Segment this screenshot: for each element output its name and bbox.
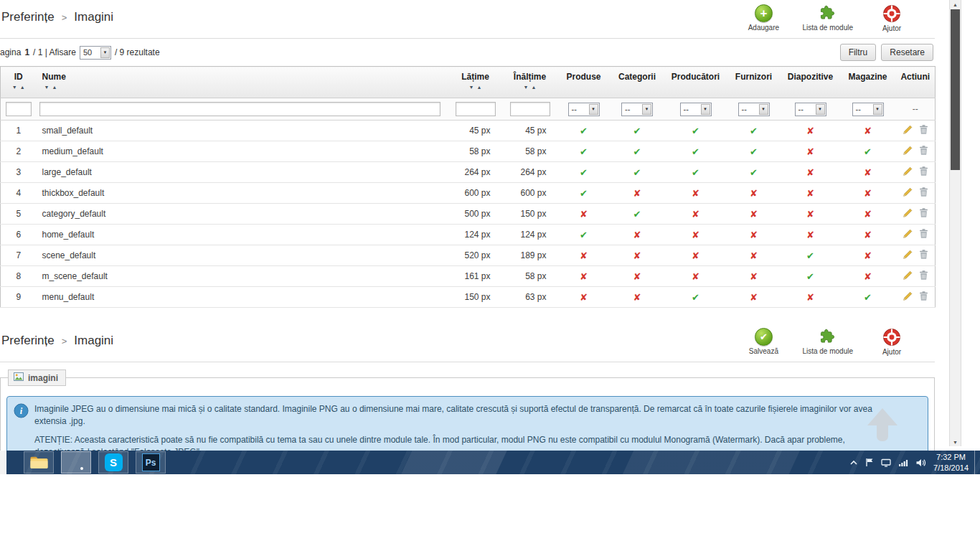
edit-button[interactable] bbox=[903, 207, 913, 218]
scrollbar-thumb[interactable] bbox=[951, 9, 960, 170]
table-row[interactable]: 2medium_default58 px58 px✔✔✔✔✘✔ bbox=[1, 141, 936, 162]
sort-desc-icon[interactable]: ▼ bbox=[12, 85, 17, 90]
sort-asc-icon[interactable]: ▲ bbox=[20, 85, 25, 90]
breadcrumb-root[interactable]: Preferințe bbox=[1, 10, 55, 24]
edit-button[interactable] bbox=[903, 228, 913, 239]
disabled-cross-icon[interactable]: ✘ bbox=[692, 188, 699, 199]
enabled-check-icon[interactable]: ✔ bbox=[580, 230, 588, 240]
disabled-cross-icon[interactable]: ✘ bbox=[580, 292, 588, 303]
edit-button[interactable] bbox=[903, 249, 913, 260]
page-size-select[interactable]: 50 ▼ bbox=[80, 46, 111, 60]
width-filter-input[interactable] bbox=[456, 102, 496, 116]
enabled-check-icon[interactable]: ✔ bbox=[806, 250, 814, 261]
touch-keyboard-icon[interactable] bbox=[881, 458, 891, 467]
hidden-icons-chevron-icon[interactable] bbox=[849, 460, 858, 466]
disabled-cross-icon[interactable]: ✘ bbox=[633, 292, 641, 303]
disabled-cross-icon[interactable]: ✘ bbox=[864, 126, 872, 136]
slides-filter-select[interactable]: --▼ bbox=[795, 103, 826, 116]
edit-button[interactable] bbox=[903, 166, 913, 176]
name-filter-input[interactable] bbox=[39, 102, 440, 116]
edit-button[interactable] bbox=[903, 270, 913, 281]
delete-button[interactable] bbox=[919, 145, 928, 156]
disabled-cross-icon[interactable]: ✘ bbox=[750, 230, 758, 240]
disabled-cross-icon[interactable]: ✘ bbox=[806, 146, 814, 157]
disabled-cross-icon[interactable]: ✘ bbox=[864, 271, 872, 282]
disabled-cross-icon[interactable]: ✘ bbox=[806, 188, 814, 199]
enabled-check-icon[interactable]: ✔ bbox=[692, 167, 699, 178]
table-row[interactable]: 7scene_default520 px189 px✘✘✘✘✔✘ bbox=[1, 245, 936, 266]
table-row[interactable]: 9menu_default150 px63 px✘✘✔✘✘✔ bbox=[1, 287, 936, 308]
disabled-cross-icon[interactable]: ✘ bbox=[750, 209, 758, 220]
enabled-check-icon[interactable]: ✔ bbox=[580, 126, 588, 136]
edit-button[interactable] bbox=[903, 187, 913, 197]
taskbar-clock[interactable]: 7:32 PM 7/18/2014 bbox=[933, 452, 969, 473]
manufacturers-filter-select[interactable]: --▼ bbox=[680, 103, 712, 116]
disabled-cross-icon[interactable]: ✘ bbox=[692, 250, 699, 261]
breadcrumb-root[interactable]: Preferințe bbox=[1, 334, 55, 348]
flag-icon[interactable] bbox=[865, 458, 874, 467]
header-action-add[interactable]: +Adaugare bbox=[742, 4, 785, 32]
scroll-to-top-button[interactable] bbox=[867, 408, 897, 446]
enabled-check-icon[interactable]: ✔ bbox=[633, 146, 641, 157]
table-row[interactable]: 6home_default124 px124 px✔✘✘✘✘✘ bbox=[1, 225, 936, 245]
reset-button[interactable]: Resetare bbox=[881, 44, 933, 61]
edit-button[interactable] bbox=[903, 145, 913, 156]
disabled-cross-icon[interactable]: ✘ bbox=[633, 188, 641, 199]
taskbar-app-explorer[interactable] bbox=[24, 451, 54, 474]
header-action-modules[interactable]: Lista de module bbox=[802, 328, 853, 356]
enabled-check-icon[interactable]: ✔ bbox=[692, 292, 699, 303]
edit-button[interactable] bbox=[903, 124, 913, 135]
sort-asc-icon[interactable]: ▲ bbox=[532, 85, 537, 90]
disabled-cross-icon[interactable]: ✘ bbox=[580, 209, 588, 220]
disabled-cross-icon[interactable]: ✘ bbox=[633, 250, 641, 261]
start-button[interactable] bbox=[0, 451, 6, 474]
delete-button[interactable] bbox=[919, 187, 928, 197]
suppliers-filter-select[interactable]: --▼ bbox=[738, 103, 770, 116]
delete-button[interactable] bbox=[919, 166, 928, 176]
sort-desc-icon[interactable]: ▼ bbox=[524, 85, 529, 90]
scrollbar-down-icon[interactable] bbox=[950, 438, 961, 446]
enabled-check-icon[interactable]: ✔ bbox=[864, 292, 872, 303]
browser-scrollbar[interactable] bbox=[949, 0, 961, 446]
disabled-cross-icon[interactable]: ✘ bbox=[864, 230, 872, 240]
disabled-cross-icon[interactable]: ✘ bbox=[580, 271, 588, 282]
disabled-cross-icon[interactable]: ✘ bbox=[692, 209, 699, 220]
disabled-cross-icon[interactable]: ✘ bbox=[692, 271, 699, 282]
disabled-cross-icon[interactable]: ✘ bbox=[692, 230, 699, 240]
enabled-check-icon[interactable]: ✔ bbox=[750, 126, 758, 136]
disabled-cross-icon[interactable]: ✘ bbox=[806, 292, 814, 303]
table-row[interactable]: 8m_scene_default161 px58 px✘✘✘✘✔✘ bbox=[1, 266, 936, 287]
taskbar-app-chrome[interactable] bbox=[61, 451, 91, 474]
id-filter-input[interactable] bbox=[6, 102, 32, 116]
enabled-check-icon[interactable]: ✔ bbox=[580, 146, 588, 157]
filter-button[interactable]: Filtru bbox=[840, 44, 877, 61]
header-action-modules[interactable]: Lista de module bbox=[802, 4, 853, 32]
disabled-cross-icon[interactable]: ✘ bbox=[750, 271, 758, 282]
disabled-cross-icon[interactable]: ✘ bbox=[864, 188, 872, 199]
header-action-help[interactable]: Ajutor bbox=[870, 4, 913, 32]
show-desktop-button[interactable] bbox=[974, 451, 980, 474]
taskbar-app-photoshop[interactable]: Ps bbox=[136, 451, 166, 474]
enabled-check-icon[interactable]: ✔ bbox=[692, 146, 699, 157]
enabled-check-icon[interactable]: ✔ bbox=[633, 126, 641, 136]
header-action-save[interactable]: ✔Salvează bbox=[742, 328, 785, 356]
volume-icon[interactable] bbox=[915, 458, 926, 467]
sort-asc-icon[interactable]: ▲ bbox=[477, 85, 482, 90]
enabled-check-icon[interactable]: ✔ bbox=[750, 167, 758, 178]
header-action-help[interactable]: Ajutor bbox=[870, 328, 913, 356]
disabled-cross-icon[interactable]: ✘ bbox=[633, 230, 641, 240]
enabled-check-icon[interactable]: ✔ bbox=[580, 167, 588, 178]
disabled-cross-icon[interactable]: ✘ bbox=[580, 250, 588, 261]
edit-button[interactable] bbox=[903, 291, 913, 301]
enabled-check-icon[interactable]: ✔ bbox=[633, 167, 641, 178]
delete-button[interactable] bbox=[919, 291, 928, 301]
delete-button[interactable] bbox=[919, 124, 928, 135]
delete-button[interactable] bbox=[919, 270, 928, 281]
scrollbar-up-icon[interactable] bbox=[950, 0, 961, 9]
disabled-cross-icon[interactable]: ✘ bbox=[806, 126, 814, 136]
disabled-cross-icon[interactable]: ✘ bbox=[864, 250, 872, 261]
delete-button[interactable] bbox=[919, 228, 928, 239]
table-row[interactable]: 5category_default500 px150 px✘✔✘✘✘✘ bbox=[1, 204, 936, 225]
disabled-cross-icon[interactable]: ✘ bbox=[750, 188, 758, 199]
disabled-cross-icon[interactable]: ✘ bbox=[806, 167, 814, 178]
